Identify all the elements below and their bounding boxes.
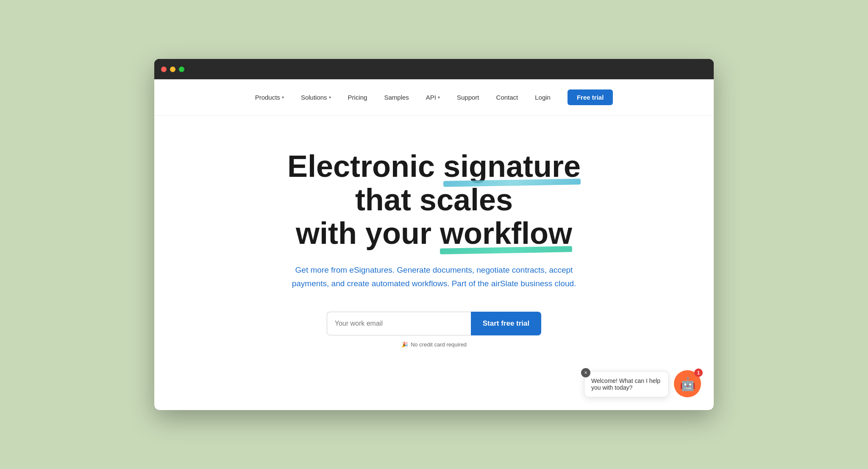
chat-avatar[interactable]: 🤖 1 bbox=[674, 370, 701, 397]
chat-bubble[interactable]: × Welcome! What can I help you with toda… bbox=[584, 371, 669, 397]
chevron-down-icon: ▾ bbox=[329, 95, 331, 100]
hero-title-signature: signature bbox=[443, 150, 581, 183]
cta-form: Start free trial bbox=[260, 312, 608, 335]
hero-title-workflow: workflow bbox=[440, 217, 572, 250]
nav-item-api[interactable]: API ▾ bbox=[426, 94, 440, 101]
nav-item-login[interactable]: Login bbox=[535, 94, 551, 101]
chat-close-button[interactable]: × bbox=[581, 368, 590, 377]
nav-item-support[interactable]: Support bbox=[457, 94, 479, 101]
chat-widget: × Welcome! What can I help you with toda… bbox=[584, 370, 701, 397]
browser-content: Products ▾ Solutions ▾ Pricing Samples A… bbox=[154, 79, 714, 410]
chevron-down-icon: ▾ bbox=[282, 95, 284, 100]
no-credit-card-text: 🎉 No credit card required bbox=[260, 341, 608, 348]
bot-emoji: 🤖 bbox=[680, 377, 696, 391]
party-emoji: 🎉 bbox=[401, 341, 408, 348]
hero-section: Electronic signature that scales with yo… bbox=[243, 116, 625, 373]
close-traffic-light[interactable] bbox=[161, 67, 167, 72]
minimize-traffic-light[interactable] bbox=[170, 67, 175, 72]
nav-free-trial-button[interactable]: Free trial bbox=[568, 89, 613, 105]
maximize-traffic-light[interactable] bbox=[179, 67, 184, 72]
nav-item-samples[interactable]: Samples bbox=[384, 94, 409, 101]
main-nav: Products ▾ Solutions ▾ Pricing Samples A… bbox=[154, 79, 714, 116]
nav-item-contact[interactable]: Contact bbox=[496, 94, 518, 101]
chat-badge: 1 bbox=[694, 368, 703, 377]
browser-chrome bbox=[154, 59, 714, 79]
chat-bubble-text: Welcome! What can I help you with today? bbox=[591, 377, 660, 391]
browser-window: Products ▾ Solutions ▾ Pricing Samples A… bbox=[154, 59, 714, 410]
nav-item-pricing[interactable]: Pricing bbox=[348, 94, 367, 101]
start-trial-button[interactable]: Start free trial bbox=[471, 312, 542, 335]
hero-subtitle: Get more from eSignatures. Generate docu… bbox=[286, 263, 582, 291]
chevron-down-icon: ▾ bbox=[438, 95, 440, 100]
hero-title: Electronic signature that scales with yo… bbox=[260, 150, 608, 251]
nav-item-solutions[interactable]: Solutions ▾ bbox=[301, 94, 331, 101]
email-input[interactable] bbox=[327, 312, 471, 335]
nav-item-products[interactable]: Products ▾ bbox=[255, 94, 284, 101]
